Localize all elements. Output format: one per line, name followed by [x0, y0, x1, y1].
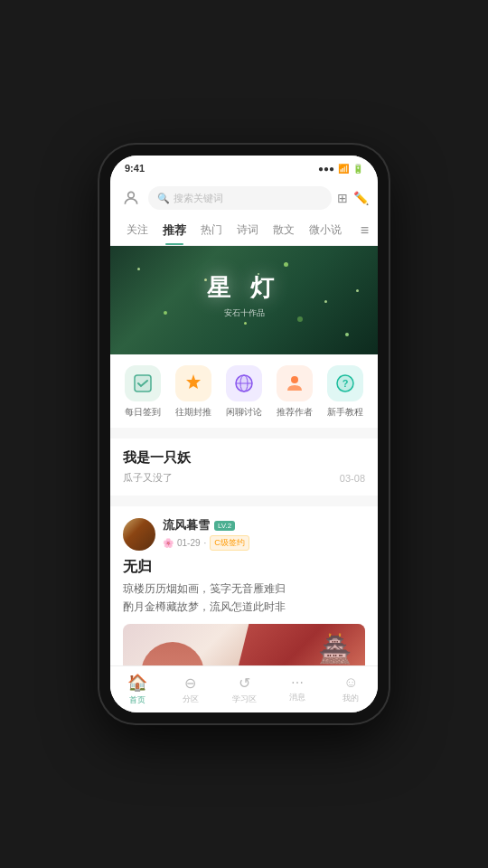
study-label: 学习区 — [232, 693, 257, 705]
banner-title: 星 灯 安石十作品 — [207, 272, 282, 319]
post-date-1: 03-08 — [340, 473, 365, 484]
phone-screen: 9:41 ●●● 📶 🔋 🔍 搜索关键词 ⊞ ✏️ — [110, 156, 378, 712]
period-icon — [175, 365, 211, 401]
author-name: 流风暮雪 — [163, 517, 210, 533]
tab-hot[interactable]: 热门 — [193, 215, 230, 245]
author-icon — [277, 365, 313, 401]
chat-label: 闲聊讨论 — [226, 406, 262, 419]
period-label: 往期封推 — [175, 406, 211, 419]
author-header: 流风暮雪 LV.2 🌸 01-29 · C级签约 — [123, 517, 365, 551]
author-date: 01-29 — [177, 538, 201, 548]
phone-shell: 9:41 ●●● 📶 🔋 🔍 搜索关键词 ⊞ ✏️ — [99, 145, 389, 723]
level-badge: LV.2 — [214, 521, 235, 531]
svg-point-7 — [291, 376, 298, 383]
status-bar: 9:41 ●●● 📶 🔋 — [110, 156, 378, 181]
work-desc1: 琼楼历历烟如画，笺字无音雁难归 — [123, 581, 365, 597]
divider-1 — [110, 428, 378, 433]
top-nav: 🔍 搜索关键词 ⊞ ✏️ — [110, 181, 378, 215]
svg-point-0 — [128, 192, 135, 198]
nav-icons: ⊞ ✏️ — [337, 191, 369, 205]
tutorial-label: 新手教程 — [327, 406, 363, 419]
post-author-1: 瓜子又没了 — [123, 471, 173, 485]
tab-prose[interactable]: 散文 — [266, 215, 302, 245]
divider-2 — [110, 495, 378, 501]
message-icon: ⋯ — [291, 675, 304, 690]
bottom-nav-study[interactable]: ↺ 学习区 — [217, 675, 270, 705]
work-title: 无归 — [123, 558, 365, 577]
qa-chat[interactable]: 闲聊讨论 — [226, 365, 262, 419]
bottom-nav-message[interactable]: ⋯ 消息 — [271, 675, 324, 703]
bottom-nav: 🏠 首页 ⊖ 分区 ↺ 学习区 ⋯ 消息 ☺ 我的 — [110, 665, 378, 712]
tab-bar: 关注 推荐 热门 诗词 散文 微小说 ≡ — [110, 215, 378, 246]
post-title-1: 我是一只妖 — [123, 449, 365, 467]
banner-main-text: 星 灯 — [207, 272, 282, 304]
tab-poetry[interactable]: 诗词 — [230, 215, 266, 245]
contract-badge: C级签约 — [210, 535, 249, 551]
home-icon: 🏠 — [127, 673, 147, 693]
chat-icon — [226, 365, 262, 401]
study-icon: ↺ — [239, 675, 250, 692]
bottom-nav-section[interactable]: ⊖ 分区 — [164, 675, 217, 705]
author-avatar — [123, 518, 155, 551]
work-image-figure — [141, 642, 204, 665]
tab-recommend[interactable]: 推荐 — [155, 215, 193, 245]
tab-micro[interactable]: 微小说 — [302, 215, 349, 245]
bottom-nav-mine[interactable]: ☺ 我的 — [324, 675, 378, 704]
qa-author[interactable]: 推荐作者 — [277, 365, 313, 419]
mine-label: 我的 — [343, 693, 359, 704]
content-area: 星 灯 安石十作品 每日签到 — [110, 246, 378, 665]
qa-checkin[interactable]: 每日签到 — [125, 365, 161, 419]
checkin-icon — [125, 365, 161, 401]
scan-icon[interactable]: ⊞ — [337, 191, 348, 205]
qa-period[interactable]: 往期封推 — [175, 365, 211, 419]
banner-sub-text: 安石十作品 — [207, 307, 282, 319]
search-placeholder: 搜索关键词 — [174, 192, 223, 205]
tab-follow[interactable]: 关注 — [119, 215, 155, 245]
bottom-nav-home[interactable]: 🏠 首页 — [110, 673, 164, 706]
tutorial-icon: ? — [327, 365, 363, 401]
banner: 星 灯 安石十作品 — [110, 246, 378, 354]
flower-icon: 🌸 — [163, 538, 174, 548]
post-card-1[interactable]: 我是一只妖 瓜子又没了 03-08 — [110, 439, 378, 495]
author-label: 推荐作者 — [277, 406, 313, 419]
search-icon: 🔍 — [157, 193, 170, 204]
section-icon: ⊖ — [184, 675, 196, 692]
author-name-row: 流风暮雪 LV.2 — [163, 517, 365, 533]
tab-menu-icon[interactable]: ≡ — [361, 222, 369, 239]
message-label: 消息 — [289, 692, 305, 703]
qa-tutorial[interactable]: ? 新手教程 — [327, 365, 363, 419]
author-meta: 🌸 01-29 · C级签约 — [163, 535, 365, 551]
separator: · — [204, 538, 207, 548]
home-label: 首页 — [129, 694, 145, 706]
work-image-pagoda: 🏯 — [318, 633, 352, 665]
work-desc2: 酌月金樽藏故梦，流风怎道此时非 — [123, 599, 365, 615]
status-time: 9:41 — [125, 163, 145, 174]
quick-access: 每日签到 往期封推 — [110, 354, 378, 428]
edit-icon[interactable]: ✏️ — [353, 191, 369, 205]
work-image: 🏯 — [123, 624, 365, 665]
post-meta-1: 瓜子又没了 03-08 — [123, 471, 365, 485]
user-profile-icon[interactable] — [119, 186, 143, 210]
section-label: 分区 — [183, 693, 199, 705]
author-info: 流风暮雪 LV.2 🌸 01-29 · C级签约 — [163, 517, 365, 551]
svg-text:?: ? — [343, 378, 349, 389]
mine-icon: ☺ — [343, 675, 358, 691]
checkin-label: 每日签到 — [125, 406, 161, 419]
search-bar[interactable]: 🔍 搜索关键词 — [148, 186, 332, 210]
author-post: 流风暮雪 LV.2 🌸 01-29 · C级签约 无归 琼楼历历烟如画，笺字无音… — [110, 506, 378, 665]
